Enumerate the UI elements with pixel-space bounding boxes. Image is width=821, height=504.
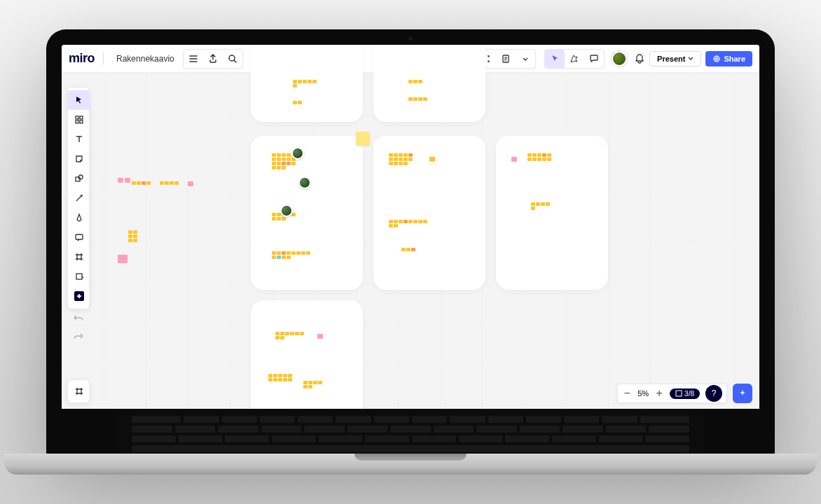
frame-top-1[interactable] (251, 45, 363, 122)
tool-fit-view[interactable] (68, 382, 90, 401)
frame-left-partial[interactable] (90, 73, 230, 409)
svg-rect-7 (76, 116, 78, 119)
frame-top-2[interactable] (373, 45, 485, 122)
frame-bottom-1[interactable] (251, 300, 363, 409)
zoom-level[interactable]: 5% (637, 389, 649, 398)
tool-panel (67, 87, 90, 309)
frame-navigator[interactable]: 3/8 (670, 388, 700, 399)
search-icon[interactable] (223, 50, 242, 68)
app-logo[interactable]: miro (69, 51, 95, 66)
frame-mid-3[interactable] (496, 136, 608, 290)
svg-rect-16 (676, 391, 682, 396)
board-title[interactable]: Rakennekaavio (112, 54, 179, 64)
undo-icon[interactable] (69, 311, 88, 326)
share-label: Share (724, 55, 745, 63)
app-screen: miro Rakennekaavio (62, 45, 759, 409)
redo-icon[interactable] (69, 329, 88, 344)
board-canvas[interactable] (62, 73, 759, 409)
laptop-base (4, 454, 817, 475)
present-label: Present (657, 55, 685, 63)
ai-assist-button[interactable] (733, 384, 752, 403)
board-actions (183, 49, 243, 69)
tool-pen[interactable] (68, 208, 90, 227)
cursor-icon[interactable] (545, 50, 565, 68)
export-icon[interactable] (203, 50, 223, 68)
reactions-icon[interactable] (565, 50, 584, 68)
help-button[interactable]: ? (705, 385, 722, 402)
note-icon[interactable] (496, 50, 516, 68)
tool-shape[interactable] (68, 169, 90, 188)
share-button[interactable]: Share (705, 51, 752, 66)
sticky-note[interactable] (356, 132, 370, 146)
svg-rect-8 (80, 116, 83, 119)
collaborator-cursor (298, 176, 311, 189)
menu-icon[interactable] (184, 50, 203, 68)
frame-index: 3/8 (684, 390, 694, 398)
laptop-keyboard (118, 409, 703, 454)
frame-mid-1[interactable] (251, 136, 363, 290)
collaborator-cursor (280, 204, 293, 217)
tool-text[interactable] (68, 130, 90, 149)
fit-panel (67, 379, 90, 403)
comments-icon[interactable] (584, 50, 604, 68)
svg-rect-10 (80, 120, 83, 123)
svg-rect-14 (76, 274, 82, 279)
laptop-notch (354, 454, 467, 461)
svg-rect-13 (76, 234, 83, 239)
tool-frame[interactable] (68, 247, 90, 267)
tool-templates[interactable] (68, 110, 90, 130)
more-icon[interactable] (516, 50, 535, 68)
tool-more-apps[interactable] (68, 286, 90, 306)
frame-mid-2[interactable] (373, 136, 485, 290)
tool-upload[interactable] (68, 267, 90, 286)
camera-icon (408, 36, 413, 41)
collaborator-cursor (291, 147, 304, 160)
tool-select[interactable] (68, 90, 90, 110)
zoom-controls: − 5% + 3/8 ? (617, 384, 727, 403)
divider (103, 52, 104, 65)
tool-sticky[interactable] (68, 149, 90, 169)
bottom-right-controls: − 5% + 3/8 ? (617, 384, 752, 403)
zoom-out-button[interactable]: − (622, 387, 632, 400)
user-avatar[interactable] (612, 51, 627, 66)
svg-rect-9 (76, 120, 78, 123)
tool-line[interactable] (68, 188, 90, 208)
history-controls (69, 311, 88, 344)
interaction-tools (544, 49, 605, 69)
present-button[interactable]: Present (649, 51, 701, 66)
tool-comment[interactable] (68, 227, 90, 247)
zoom-in-button[interactable]: + (654, 387, 664, 400)
laptop-bezel: miro Rakennekaavio (46, 29, 775, 454)
laptop-mockup: miro Rakennekaavio (46, 29, 775, 475)
notifications-icon[interactable] (634, 53, 645, 64)
